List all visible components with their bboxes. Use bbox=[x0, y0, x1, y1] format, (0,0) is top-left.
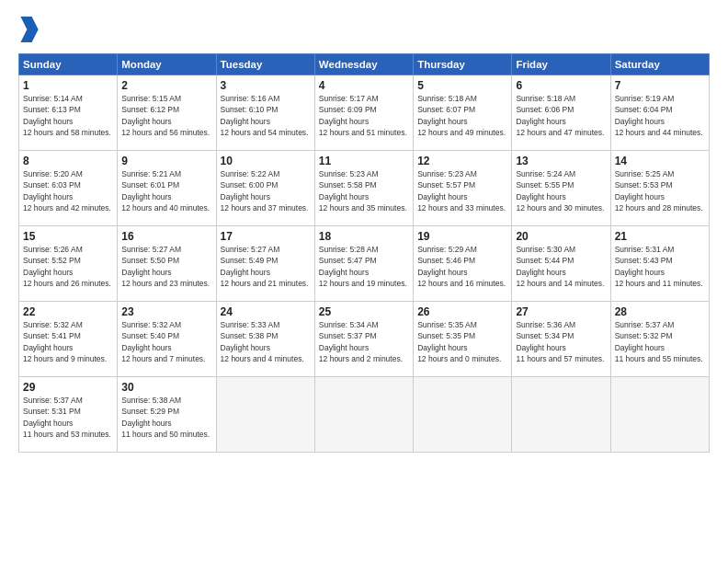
day-number: 21 bbox=[615, 230, 705, 243]
day-number: 1 bbox=[23, 79, 113, 92]
calendar-cell: 14Sunrise: 5:25 AMSunset: 5:53 PMDayligh… bbox=[610, 151, 709, 226]
day-info: Sunrise: 5:14 AMSunset: 6:13 PMDaylight … bbox=[23, 93, 113, 138]
day-info: Sunrise: 5:27 AMSunset: 5:49 PMDaylight … bbox=[221, 244, 311, 289]
calendar-cell bbox=[414, 377, 512, 453]
day-number: 22 bbox=[23, 305, 113, 318]
calendar-cell: 29Sunrise: 5:37 AMSunset: 5:31 PMDayligh… bbox=[19, 377, 118, 453]
day-number: 11 bbox=[319, 155, 409, 167]
day-number: 23 bbox=[121, 305, 211, 318]
calendar-cell: 10Sunrise: 5:22 AMSunset: 6:00 PMDayligh… bbox=[216, 151, 314, 226]
calendar-header-monday: Monday bbox=[118, 54, 216, 75]
day-info: Sunrise: 5:19 AMSunset: 6:04 PMDaylight … bbox=[615, 93, 705, 138]
calendar-cell: 17Sunrise: 5:27 AMSunset: 5:49 PMDayligh… bbox=[216, 226, 314, 302]
day-info: Sunrise: 5:34 AMSunset: 5:37 PMDaylight … bbox=[319, 319, 409, 364]
calendar-cell: 19Sunrise: 5:29 AMSunset: 5:46 PMDayligh… bbox=[414, 226, 512, 302]
day-info: Sunrise: 5:24 AMSunset: 5:55 PMDaylight … bbox=[516, 168, 606, 213]
day-info: Sunrise: 5:23 AMSunset: 5:57 PMDaylight … bbox=[417, 168, 507, 213]
calendar-week-row: 22Sunrise: 5:32 AMSunset: 5:41 PMDayligh… bbox=[19, 302, 710, 377]
calendar-cell: 9Sunrise: 5:21 AMSunset: 6:01 PMDaylight… bbox=[118, 151, 216, 226]
day-number: 17 bbox=[221, 230, 311, 243]
day-number: 12 bbox=[417, 155, 507, 167]
day-number: 8 bbox=[23, 155, 113, 167]
calendar-cell bbox=[314, 377, 413, 453]
day-number: 14 bbox=[615, 155, 705, 167]
calendar-header-wednesday: Wednesday bbox=[314, 54, 413, 75]
calendar-cell: 2Sunrise: 5:15 AMSunset: 6:12 PMDaylight… bbox=[118, 75, 216, 151]
day-number: 25 bbox=[319, 305, 409, 318]
day-info: Sunrise: 5:16 AMSunset: 6:10 PMDaylight … bbox=[221, 93, 311, 138]
day-info: Sunrise: 5:15 AMSunset: 6:12 PMDaylight … bbox=[121, 93, 211, 138]
calendar-cell: 13Sunrise: 5:24 AMSunset: 5:55 PMDayligh… bbox=[512, 151, 610, 226]
day-number: 29 bbox=[23, 381, 113, 394]
calendar-header-row: SundayMondayTuesdayWednesdayThursdayFrid… bbox=[19, 54, 710, 75]
day-info: Sunrise: 5:29 AMSunset: 5:46 PMDaylight … bbox=[417, 244, 507, 289]
calendar-cell: 8Sunrise: 5:20 AMSunset: 6:03 PMDaylight… bbox=[19, 151, 118, 226]
day-info: Sunrise: 5:32 AMSunset: 5:40 PMDaylight … bbox=[121, 319, 211, 364]
day-number: 9 bbox=[121, 155, 211, 167]
day-info: Sunrise: 5:18 AMSunset: 6:07 PMDaylight … bbox=[417, 93, 507, 138]
calendar-cell: 18Sunrise: 5:28 AMSunset: 5:47 PMDayligh… bbox=[314, 226, 413, 302]
calendar-cell: 27Sunrise: 5:36 AMSunset: 5:34 PMDayligh… bbox=[512, 302, 610, 377]
day-info: Sunrise: 5:32 AMSunset: 5:41 PMDaylight … bbox=[23, 319, 113, 364]
day-info: Sunrise: 5:25 AMSunset: 5:53 PMDaylight … bbox=[615, 168, 705, 213]
day-number: 7 bbox=[615, 79, 705, 92]
calendar: SundayMondayTuesdayWednesdayThursdayFrid… bbox=[18, 53, 710, 453]
day-info: Sunrise: 5:37 AMSunset: 5:31 PMDaylight … bbox=[23, 395, 113, 440]
calendar-cell: 7Sunrise: 5:19 AMSunset: 6:04 PMDaylight… bbox=[610, 75, 709, 151]
day-info: Sunrise: 5:18 AMSunset: 6:06 PMDaylight … bbox=[516, 93, 606, 138]
logo-icon bbox=[20, 17, 39, 42]
calendar-cell: 23Sunrise: 5:32 AMSunset: 5:40 PMDayligh… bbox=[118, 302, 216, 377]
day-number: 24 bbox=[221, 305, 311, 318]
calendar-cell: 4Sunrise: 5:17 AMSunset: 6:09 PMDaylight… bbox=[314, 75, 413, 151]
day-number: 15 bbox=[23, 230, 113, 243]
day-info: Sunrise: 5:30 AMSunset: 5:44 PMDaylight … bbox=[516, 244, 606, 289]
day-info: Sunrise: 5:20 AMSunset: 6:03 PMDaylight … bbox=[23, 168, 113, 213]
day-info: Sunrise: 5:27 AMSunset: 5:50 PMDaylight … bbox=[121, 244, 211, 289]
day-info: Sunrise: 5:22 AMSunset: 6:00 PMDaylight … bbox=[221, 168, 311, 213]
day-number: 26 bbox=[417, 305, 507, 318]
day-number: 27 bbox=[516, 305, 606, 318]
calendar-cell: 16Sunrise: 5:27 AMSunset: 5:50 PMDayligh… bbox=[118, 226, 216, 302]
day-info: Sunrise: 5:38 AMSunset: 5:29 PMDaylight … bbox=[121, 395, 211, 440]
day-info: Sunrise: 5:17 AMSunset: 6:09 PMDaylight … bbox=[319, 93, 409, 138]
calendar-header-saturday: Saturday bbox=[610, 54, 709, 75]
day-info: Sunrise: 5:33 AMSunset: 5:38 PMDaylight … bbox=[221, 319, 311, 364]
day-number: 6 bbox=[516, 79, 606, 92]
calendar-week-row: 15Sunrise: 5:26 AMSunset: 5:52 PMDayligh… bbox=[19, 226, 710, 302]
calendar-cell bbox=[512, 377, 610, 453]
calendar-cell: 15Sunrise: 5:26 AMSunset: 5:52 PMDayligh… bbox=[19, 226, 118, 302]
day-info: Sunrise: 5:21 AMSunset: 6:01 PMDaylight … bbox=[121, 168, 211, 213]
calendar-cell: 1Sunrise: 5:14 AMSunset: 6:13 PMDaylight… bbox=[19, 75, 118, 151]
calendar-cell: 24Sunrise: 5:33 AMSunset: 5:38 PMDayligh… bbox=[216, 302, 314, 377]
calendar-week-row: 29Sunrise: 5:37 AMSunset: 5:31 PMDayligh… bbox=[19, 377, 710, 453]
day-number: 20 bbox=[516, 230, 606, 243]
day-number: 10 bbox=[221, 155, 311, 167]
calendar-cell: 22Sunrise: 5:32 AMSunset: 5:41 PMDayligh… bbox=[19, 302, 118, 377]
day-number: 13 bbox=[516, 155, 606, 167]
calendar-header-friday: Friday bbox=[512, 54, 610, 75]
logo bbox=[18, 17, 39, 42]
day-info: Sunrise: 5:35 AMSunset: 5:35 PMDaylight … bbox=[417, 319, 507, 364]
svg-marker-0 bbox=[20, 17, 38, 42]
calendar-header-tuesday: Tuesday bbox=[216, 54, 314, 75]
calendar-cell: 20Sunrise: 5:30 AMSunset: 5:44 PMDayligh… bbox=[512, 226, 610, 302]
day-number: 2 bbox=[121, 79, 211, 92]
calendar-cell: 5Sunrise: 5:18 AMSunset: 6:07 PMDaylight… bbox=[414, 75, 512, 151]
day-number: 4 bbox=[319, 79, 409, 92]
day-number: 18 bbox=[319, 230, 409, 243]
calendar-cell: 3Sunrise: 5:16 AMSunset: 6:10 PMDaylight… bbox=[216, 75, 314, 151]
calendar-header-sunday: Sunday bbox=[19, 54, 118, 75]
header bbox=[18, 17, 710, 42]
day-number: 16 bbox=[121, 230, 211, 243]
calendar-cell: 30Sunrise: 5:38 AMSunset: 5:29 PMDayligh… bbox=[118, 377, 216, 453]
day-info: Sunrise: 5:28 AMSunset: 5:47 PMDaylight … bbox=[319, 244, 409, 289]
day-info: Sunrise: 5:31 AMSunset: 5:43 PMDaylight … bbox=[615, 244, 705, 289]
calendar-week-row: 8Sunrise: 5:20 AMSunset: 6:03 PMDaylight… bbox=[19, 151, 710, 226]
calendar-cell: 6Sunrise: 5:18 AMSunset: 6:06 PMDaylight… bbox=[512, 75, 610, 151]
day-number: 30 bbox=[121, 381, 211, 394]
day-info: Sunrise: 5:23 AMSunset: 5:58 PMDaylight … bbox=[319, 168, 409, 213]
calendar-cell: 11Sunrise: 5:23 AMSunset: 5:58 PMDayligh… bbox=[314, 151, 413, 226]
day-info: Sunrise: 5:26 AMSunset: 5:52 PMDaylight … bbox=[23, 244, 113, 289]
day-number: 28 bbox=[615, 305, 705, 318]
calendar-cell bbox=[216, 377, 314, 453]
